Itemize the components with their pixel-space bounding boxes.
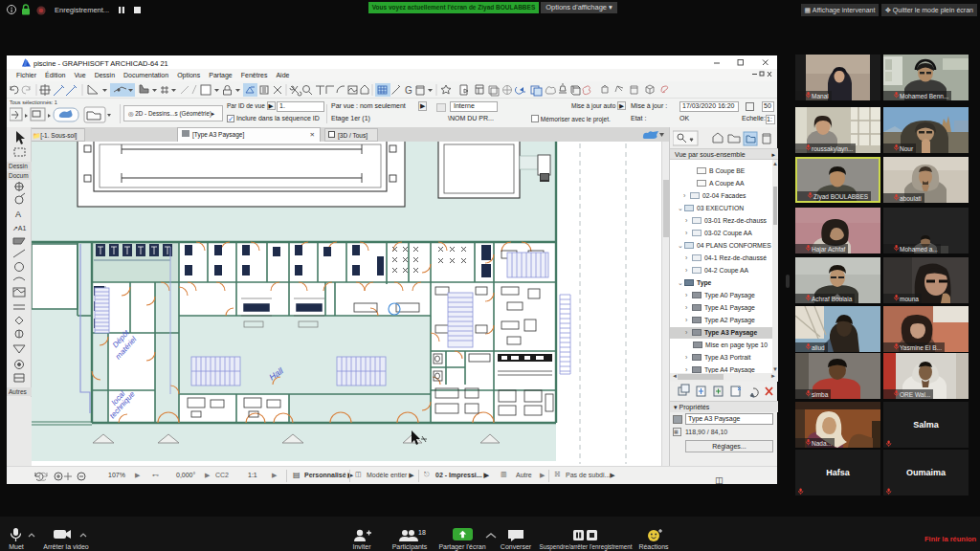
svg-text:Docum: Docum [9, 172, 29, 179]
svg-text:18: 18 [418, 529, 426, 536]
svg-text:G: G [405, 85, 412, 96]
svg-text:Autres: Autres [9, 388, 28, 395]
svg-text:↗A1: ↗A1 [12, 225, 27, 231]
svg-text:A: A [15, 209, 21, 219]
svg-text:Dessin: Dessin [9, 163, 28, 169]
